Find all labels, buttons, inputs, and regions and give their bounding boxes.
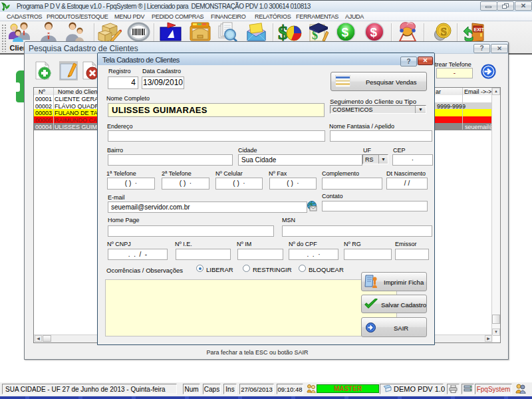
svg-text:$: $ [370,25,378,39]
svg-text:$: $ [342,25,349,39]
svg-text:S: S [441,25,447,38]
svg-text:EXIT: EXIT [474,27,485,32]
